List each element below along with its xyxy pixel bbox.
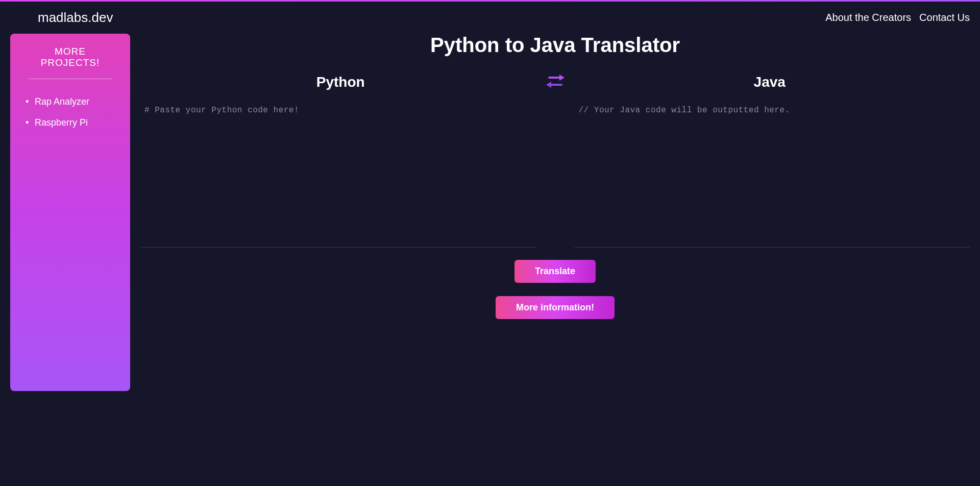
svg-marker-3 [546, 82, 551, 88]
header: madlabs.dev About the Creators Contact U… [0, 2, 980, 34]
page-title: Python to Java Translator [140, 34, 970, 57]
source-language-label: Python [140, 74, 541, 90]
translate-button[interactable]: Translate [514, 260, 596, 283]
action-buttons: Translate More information! [140, 260, 970, 319]
sidebar-item-raspberry-pi[interactable]: Raspberry Pi [27, 112, 122, 133]
site-logo[interactable]: madlabs.dev [10, 10, 113, 26]
translator-header: Python Java [140, 73, 970, 91]
sidebar-title: MORE PROJECTS! [29, 46, 112, 79]
more-information-button[interactable]: More information! [496, 296, 615, 319]
nav-about-creators[interactable]: About the Creators [825, 12, 911, 23]
code-areas [140, 100, 970, 248]
target-language-label: Java [570, 74, 970, 90]
svg-marker-1 [559, 75, 565, 81]
swap-languages-button[interactable] [541, 73, 570, 91]
swap-arrows-icon [546, 73, 565, 89]
header-nav: About the Creators Contact Us [825, 12, 970, 23]
main-content: Python to Java Translator Python Java [140, 34, 980, 391]
source-code-input[interactable] [140, 100, 536, 248]
sidebar-projects-list: Rap Analyzer Raspberry Pi [18, 91, 122, 133]
sidebar-item-rap-analyzer[interactable]: Rap Analyzer [27, 91, 122, 112]
page-container: MORE PROJECTS! Rap Analyzer Raspberry Pi… [0, 34, 980, 391]
nav-contact-us[interactable]: Contact Us [919, 12, 970, 23]
sidebar: MORE PROJECTS! Rap Analyzer Raspberry Pi [10, 34, 130, 391]
target-code-output[interactable] [575, 100, 970, 248]
